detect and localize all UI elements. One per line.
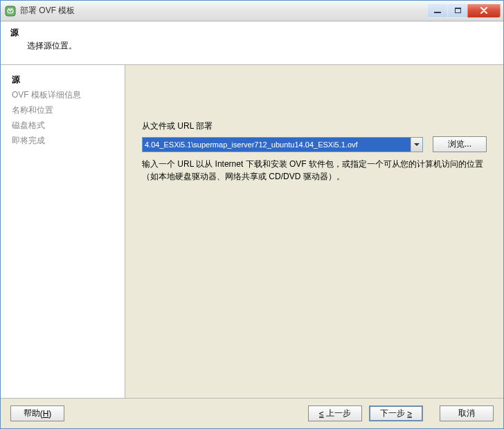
- wizard-steps-nav: 源 OVF 模板详细信息 名称和位置 磁盘格式 即将完成: [1, 65, 125, 398]
- chevron-down-icon: [414, 143, 420, 146]
- window-title: 部署 OVF 模板: [20, 5, 428, 17]
- content-panel: 从文件或 URL 部署 4.04_ESXi5.1\supermap_iserve…: [125, 65, 503, 398]
- cancel-button[interactable]: 取消: [440, 405, 494, 421]
- deploy-ovf-window: 部署 OVF 模板 源 选择源位置。 源 OVF 模板详细信息 名称和位置 磁盘…: [0, 0, 504, 429]
- titlebar[interactable]: 部署 OVF 模板: [1, 1, 503, 21]
- browse-button[interactable]: 浏览...: [433, 136, 487, 152]
- url-row: 4.04_ESXi5.1\supermap_iserver712_ubuntu1…: [142, 136, 487, 152]
- help-button[interactable]: 帮助(H): [10, 405, 64, 421]
- close-button[interactable]: [467, 4, 501, 18]
- minimize-button[interactable]: [427, 4, 448, 18]
- nav-step-ovf-details[interactable]: OVF 模板详细信息: [9, 87, 125, 102]
- back-button[interactable]: ≤ 上一步: [308, 405, 362, 421]
- window-controls: [428, 4, 501, 18]
- main-area: 源 OVF 模板详细信息 名称和位置 磁盘格式 即将完成 从文件或 URL 部署…: [1, 65, 503, 398]
- wizard-header: 源 选择源位置。: [1, 21, 503, 65]
- source-help-text: 输入一个 URL 以从 Internet 下载和安装 OVF 软件包，或指定一个…: [142, 158, 487, 183]
- nav-step-source[interactable]: 源: [9, 72, 125, 87]
- step-title: 源: [10, 27, 494, 39]
- step-subtitle: 选择源位置。: [10, 40, 494, 52]
- vsphere-icon: [5, 6, 16, 17]
- wizard-footer: 帮助(H) ≤ 上一步 下一步 ≥ 取消: [1, 398, 503, 428]
- nav-step-ready-complete[interactable]: 即将完成: [9, 133, 125, 148]
- maximize-button[interactable]: [447, 4, 468, 18]
- deploy-from-label: 从文件或 URL 部署: [142, 120, 487, 132]
- next-button[interactable]: 下一步 ≥: [369, 405, 423, 421]
- nav-step-name-location[interactable]: 名称和位置: [9, 102, 125, 118]
- source-url-dropdown-button[interactable]: [411, 138, 422, 152]
- source-url-combobox[interactable]: 4.04_ESXi5.1\supermap_iserver712_ubuntu1…: [142, 137, 423, 152]
- source-url-value[interactable]: 4.04_ESXi5.1\supermap_iserver712_ubuntu1…: [143, 138, 411, 152]
- nav-step-disk-format[interactable]: 磁盘格式: [9, 118, 125, 133]
